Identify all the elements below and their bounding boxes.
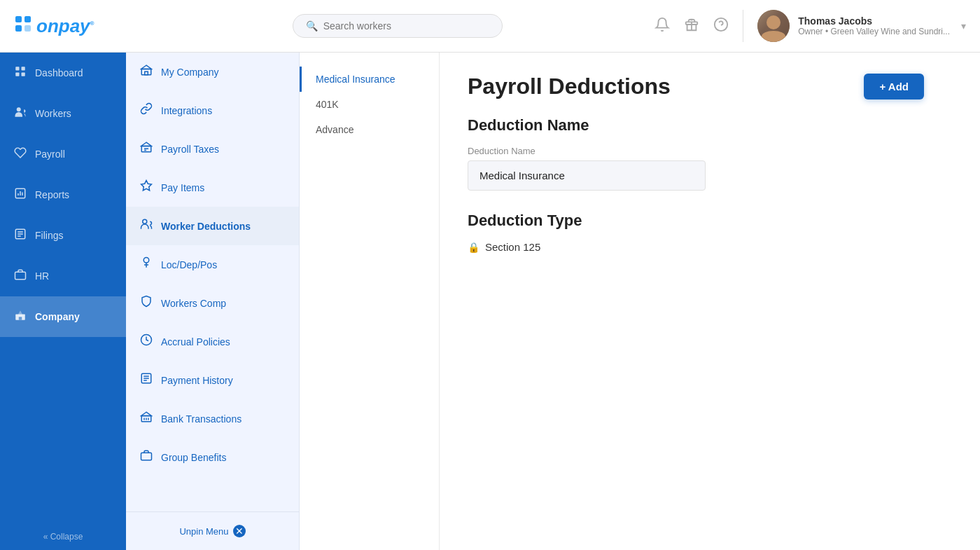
subnav-medical-insurance[interactable]: Medical Insurance — [300, 67, 439, 92]
sidebar-secondary: My Company Integrations Payr — [126, 53, 300, 550]
svg-rect-1 — [24, 16, 31, 22]
main-content: Medical Insurance 401K Advance Payroll D… — [300, 53, 980, 550]
svg-rect-9 — [15, 73, 19, 76]
sidebar-item-label: Dashboard — [35, 67, 83, 78]
help-button[interactable] — [713, 17, 729, 36]
user-menu[interactable]: Thomas Jacobs Owner • Green Valley Wine … — [743, 10, 966, 42]
deduction-subnav: Medical Insurance 401K Advance — [300, 53, 440, 550]
detail-panel: Payroll Deductions + Add Deduction Name … — [440, 53, 980, 550]
svg-rect-10 — [22, 73, 25, 76]
gifts-button[interactable] — [684, 17, 699, 36]
secondary-item-label: My Company — [161, 67, 218, 78]
svg-rect-0 — [15, 16, 22, 22]
search-input[interactable] — [323, 20, 489, 32]
deduction-name-value: Medical Insurance — [468, 160, 706, 191]
sidebar-item-hr[interactable]: HR — [0, 256, 126, 296]
svg-rect-8 — [22, 67, 25, 70]
secondary-item-worker-deductions[interactable]: Worker Deductions — [126, 207, 299, 245]
secondary-item-label: Pay Items — [161, 182, 204, 193]
svg-rect-22 — [19, 317, 22, 320]
secondary-item-bank-transactions[interactable]: Bank Transactions — [126, 399, 299, 438]
avatar — [757, 10, 790, 42]
integrations-icon — [140, 102, 153, 118]
secondary-item-label: Group Benefits — [161, 452, 226, 463]
subnav-advance[interactable]: Advance — [300, 117, 439, 142]
secondary-item-label: Accrual Policies — [161, 336, 230, 348]
svg-point-11 — [17, 107, 21, 111]
secondary-item-label: Loc/Dep/Pos — [161, 259, 217, 270]
secondary-item-label: Payroll Taxes — [161, 144, 219, 155]
sidebar-item-label: Filings — [35, 230, 63, 241]
reports-icon — [14, 187, 27, 202]
group-benefits-icon — [140, 449, 153, 465]
add-button[interactable]: + Add — [864, 74, 924, 99]
unpin-icon: ✕ — [233, 525, 246, 537]
svg-rect-2 — [15, 25, 22, 32]
bank-transactions-icon — [140, 411, 153, 427]
user-name: Thomas Jacobs — [798, 15, 950, 27]
secondary-item-integrations[interactable]: Integrations — [126, 91, 299, 130]
search-area: 🔍 — [140, 14, 654, 38]
body-layout: Dashboard Workers Payroll — [0, 53, 980, 550]
sidebar-item-payroll[interactable]: Payroll — [0, 134, 126, 174]
subnav-401k[interactable]: 401K — [300, 92, 439, 117]
svg-rect-40 — [141, 453, 152, 460]
svg-rect-20 — [15, 272, 26, 280]
secondary-item-accrual-policies[interactable]: Accrual Policies — [126, 322, 299, 361]
secondary-item-group-benefits[interactable]: Group Benefits — [126, 438, 299, 476]
my-company-icon — [140, 64, 153, 80]
secondary-item-label: Bank Transactions — [161, 413, 241, 425]
payroll-taxes-icon — [140, 141, 153, 157]
svg-rect-24 — [145, 71, 148, 75]
chevron-down-icon: ▾ — [961, 20, 966, 32]
workers-comp-icon — [140, 295, 153, 311]
notifications-button[interactable] — [654, 17, 670, 36]
secondary-item-payroll-taxes[interactable]: Payroll Taxes — [126, 130, 299, 168]
workers-icon — [14, 106, 27, 121]
sidebar-item-label: Workers — [35, 108, 71, 119]
unpin-label: Unpin Menu — [179, 526, 228, 537]
secondary-item-pay-items[interactable]: Pay Items — [126, 168, 299, 207]
sidebar-item-reports[interactable]: Reports — [0, 174, 126, 215]
svg-point-29 — [143, 219, 147, 224]
unpin-menu-button[interactable]: Unpin Menu ✕ — [126, 511, 299, 550]
secondary-item-label: Workers Comp — [161, 298, 226, 309]
company-icon — [14, 309, 27, 324]
search-box[interactable]: 🔍 — [293, 14, 503, 38]
deduction-type-section: Deduction Type 🔒 Section 125 — [468, 212, 952, 253]
svg-point-30 — [144, 258, 149, 263]
sidebar-item-label: Reports — [35, 189, 69, 200]
header: onpay® 🔍 — [0, 0, 980, 53]
sidebar-item-dashboard[interactable]: Dashboard — [0, 53, 126, 93]
header-actions: Thomas Jacobs Owner • Green Valley Wine … — [654, 10, 966, 42]
deduction-name-heading: Deduction Name — [468, 116, 952, 135]
collapse-button[interactable]: « Collapse — [0, 523, 126, 550]
secondary-item-payment-history[interactable]: Payment History — [126, 361, 299, 399]
payroll-icon — [14, 146, 27, 162]
secondary-item-workers-comp[interactable]: Workers Comp — [126, 284, 299, 322]
secondary-item-label: Integrations — [161, 105, 212, 116]
lock-icon: 🔒 — [468, 242, 479, 253]
secondary-item-my-company[interactable]: My Company — [126, 53, 299, 91]
worker-deductions-icon — [140, 218, 153, 234]
logo-text: onpay® — [36, 15, 94, 37]
deduction-name-section: Deduction Name Deduction Name Medical In… — [468, 116, 952, 191]
search-icon: 🔍 — [306, 20, 318, 32]
logo: onpay® — [14, 15, 140, 37]
hr-icon — [14, 268, 27, 284]
sidebar-item-label: HR — [35, 270, 49, 282]
sidebar-item-label: Payroll — [35, 149, 65, 160]
user-role: Owner • Green Valley Wine and Sundri... — [798, 27, 950, 36]
sidebar-item-company[interactable]: Company — [0, 296, 126, 337]
svg-rect-3 — [24, 25, 31, 32]
sidebar-item-filings[interactable]: Filings — [0, 215, 126, 256]
deduction-name-label: Deduction Name — [468, 146, 952, 156]
svg-rect-7 — [15, 67, 19, 70]
sidebar-primary: Dashboard Workers Payroll — [0, 53, 126, 550]
pay-items-icon — [140, 179, 153, 195]
user-info: Thomas Jacobs Owner • Green Valley Wine … — [798, 15, 950, 36]
secondary-item-label: Payment History — [161, 375, 233, 386]
loc-dep-pos-icon — [140, 256, 153, 273]
sidebar-item-workers[interactable]: Workers — [0, 93, 126, 134]
secondary-item-loc-dep-pos[interactable]: Loc/Dep/Pos — [126, 245, 299, 284]
